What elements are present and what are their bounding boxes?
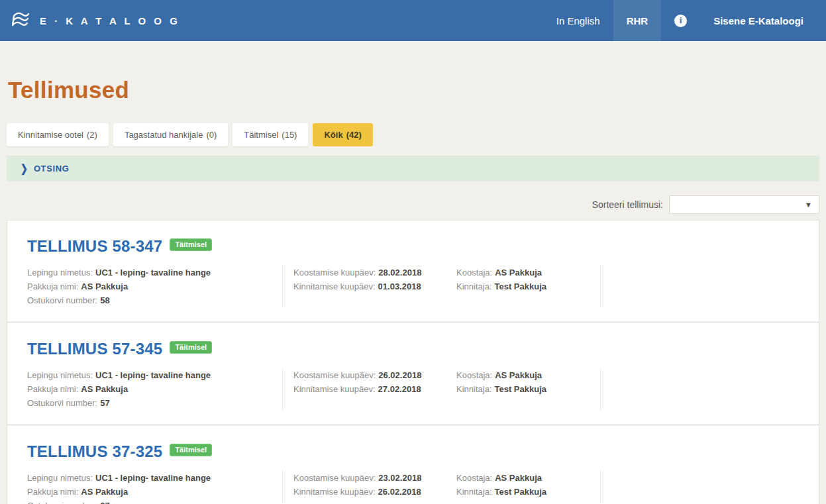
field-label: Lepingu nimetus: — [27, 268, 93, 277]
tab-label: Täitmisel — [244, 130, 278, 140]
field-value: Test Pakkuja — [494, 384, 546, 394]
field-value: 23.02.2018 — [378, 473, 421, 483]
status-tabs: Kinnitamise ootel (2) Tagastatud hankija… — [7, 123, 819, 146]
top-navigation: In English RHR i Sisene E-Kataloogi — [543, 0, 817, 41]
order-fields-right: Koostaja:AS Pakkuja Kinnitaja:Test Pakku… — [456, 368, 600, 410]
field-label: Kinnitamise kuupäev: — [293, 487, 376, 497]
order-fields-middle: Koostamise kuupäev:23.02.2018 Kinnitamis… — [283, 471, 456, 504]
search-accordion[interactable]: ❯ OTSING — [7, 156, 819, 181]
info-icon: i — [674, 15, 687, 27]
field-value: 27.02.2018 — [378, 384, 421, 394]
tab-count: (15) — [282, 130, 297, 140]
field-label: Koostamise kuupäev: — [293, 473, 376, 483]
field-row: Pakkuja nimi:AS Pakkuja — [27, 279, 274, 293]
field-label: Ostukorvi number: — [27, 501, 97, 504]
field-label: Lepingu nimetus: — [27, 370, 93, 380]
order-list: TELLIMUS 58-347 Täitmisel Lepingu nimetu… — [7, 220, 819, 504]
top-header: E · K A T A L O O G In English RHR i Sis… — [0, 0, 826, 41]
field-value: AS Pakkuja — [495, 268, 542, 277]
tab-label: Kinnitamise ootel — [18, 130, 83, 140]
field-row: Koostamise kuupäev:26.02.2018 — [293, 368, 456, 382]
chevron-down-icon: ▼ — [805, 201, 812, 209]
field-value: AS Pakkuja — [81, 384, 128, 394]
order-fields: Lepingu nimetus:UC1 - leping- tavaline h… — [27, 368, 799, 410]
field-value: 37 — [100, 501, 109, 504]
order-head: TELLIMUS 57-345 Täitmisel — [27, 340, 799, 358]
page-title: Tellimused — [8, 77, 818, 103]
field-row: Ostukorvi number:37 — [27, 499, 274, 504]
brand-logo[interactable]: E · K A T A L O O G — [8, 10, 180, 31]
tab-kinnitamise-ootel[interactable]: Kinnitamise ootel (2) — [7, 123, 109, 146]
tab-label: Kõik — [324, 130, 342, 140]
field-label: Pakkuja nimi: — [27, 487, 78, 497]
brand-name: E · K A T A L O O G — [40, 15, 180, 26]
nav-in-english[interactable]: In English — [543, 0, 613, 41]
order-head: TELLIMUS 58-347 Täitmisel — [27, 237, 799, 256]
field-value: 58 — [100, 295, 109, 305]
order-fields-middle: Koostamise kuupäev:26.02.2018 Kinnitamis… — [283, 368, 456, 410]
order-fields-left: Lepingu nimetus:UC1 - leping- tavaline h… — [27, 471, 282, 504]
order-fields-left: Lepingu nimetus:UC1 - leping- tavaline h… — [27, 266, 282, 307]
order-fields-right: Koostaja:AS Pakkuja Kinnitaja:Test Pakku… — [456, 266, 600, 307]
field-value: Test Pakkuja — [494, 487, 546, 497]
field-row: Lepingu nimetus:UC1 - leping- tavaline h… — [27, 471, 274, 485]
nav-login[interactable]: Sisene E-Kataloogi — [700, 0, 817, 41]
field-row: Lepingu nimetus:UC1 - leping- tavaline h… — [27, 266, 274, 279]
nav-info[interactable]: i — [661, 0, 700, 41]
field-value: UC1 - leping- tavaline hange — [95, 370, 211, 380]
field-value: UC1 - leping- tavaline hange — [95, 473, 211, 483]
field-row: Koostamise kuupäev:28.02.2018 — [293, 266, 456, 279]
field-label: Koostamise kuupäev: — [293, 268, 376, 277]
chevron-right-icon: ❯ — [21, 162, 28, 175]
field-row: Kinnitaja:Test Pakkuja — [456, 382, 592, 396]
order-card: TELLIMUS 58-347 Täitmisel Lepingu nimetu… — [7, 221, 819, 321]
tab-count: (42) — [346, 130, 362, 140]
status-badge: Täitmisel — [170, 444, 212, 456]
search-accordion-label: OTSING — [34, 164, 69, 174]
order-title-link[interactable]: TELLIMUS 37-325 — [27, 442, 162, 461]
field-label: Kinnitaja: — [456, 487, 491, 497]
field-row: Kinnitamise kuupäev:01.03.2018 — [293, 279, 456, 293]
order-fields: Lepingu nimetus:UC1 - leping- tavaline h… — [27, 471, 799, 504]
field-value: 26.02.2018 — [378, 370, 421, 380]
order-fields-middle: Koostamise kuupäev:28.02.2018 Kinnitamis… — [283, 266, 456, 307]
sort-label: Sorteeri tellimusi: — [592, 199, 663, 210]
sort-dropdown[interactable]: ▼ — [669, 195, 819, 214]
field-label: Ostukorvi number: — [27, 398, 97, 408]
field-row: Lepingu nimetus:UC1 - leping- tavaline h… — [27, 368, 274, 382]
order-card: TELLIMUS 37-325 Täitmisel Lepingu nimetu… — [7, 424, 819, 504]
status-badge: Täitmisel — [170, 341, 212, 354]
field-row: Koostaja:AS Pakkuja — [456, 266, 592, 279]
field-row: Pakkuja nimi:AS Pakkuja — [27, 382, 274, 396]
field-label: Lepingu nimetus: — [27, 473, 93, 483]
field-label: Koostaja: — [456, 473, 492, 483]
status-badge: Täitmisel — [170, 238, 212, 251]
field-value: UC1 - leping- tavaline hange — [95, 268, 211, 277]
nav-rhr[interactable]: RHR — [613, 0, 662, 41]
field-label: Koostamise kuupäev: — [293, 370, 376, 380]
order-fields-right: Koostaja:AS Pakkuja Kinnitaja:Test Pakku… — [456, 471, 600, 504]
order-title-link[interactable]: TELLIMUS 57-345 — [27, 340, 162, 358]
tab-label: Tagastatud hankijale — [125, 130, 203, 140]
field-label: Kinnitamise kuupäev: — [293, 281, 376, 291]
order-fields-spacer — [601, 471, 799, 504]
tab-koik[interactable]: Kõik (42) — [313, 123, 372, 146]
field-row: Koostaja:AS Pakkuja — [456, 471, 592, 485]
tab-taitmisel[interactable]: Täitmisel (15) — [232, 123, 308, 146]
field-row: Kinnitaja:Test Pakkuja — [456, 485, 592, 499]
field-label: Pakkuja nimi: — [27, 384, 78, 394]
field-row: Koostaja:AS Pakkuja — [456, 368, 592, 382]
field-row: Kinnitamise kuupäev:27.02.2018 — [293, 382, 456, 396]
field-value: AS Pakkuja — [81, 487, 128, 497]
stacked-pages-logo-icon — [8, 10, 30, 31]
field-value: Test Pakkuja — [494, 281, 546, 291]
field-value: 28.02.2018 — [378, 268, 421, 277]
field-row: Kinnitamise kuupäev:26.02.2018 — [293, 485, 456, 499]
field-value: 26.02.2018 — [378, 487, 421, 497]
tab-tagastatud-hankijale[interactable]: Tagastatud hankijale (0) — [113, 123, 228, 146]
field-label: Pakkuja nimi: — [27, 281, 78, 291]
field-label: Kinnitamise kuupäev: — [293, 384, 376, 394]
order-title-link[interactable]: TELLIMUS 58-347 — [27, 237, 162, 256]
tab-count: (0) — [206, 130, 217, 140]
field-row: Ostukorvi number:58 — [27, 293, 274, 307]
